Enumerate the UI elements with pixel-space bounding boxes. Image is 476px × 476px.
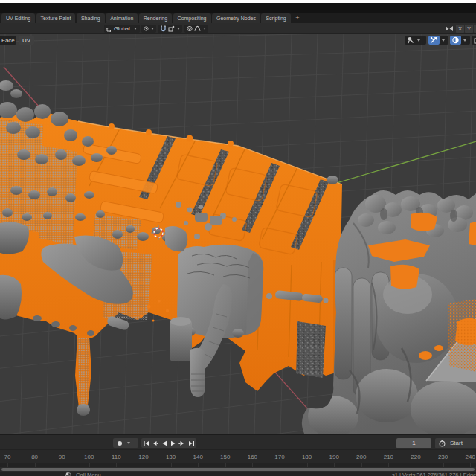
ruler-frame-label: 160 xyxy=(248,454,257,460)
jump-to-end-icon[interactable] xyxy=(188,440,195,446)
ruler-frame-label: 170 xyxy=(274,454,284,460)
ruler-frame-label: 210 xyxy=(384,454,393,460)
current-frame-value: 1 xyxy=(412,440,415,446)
play-icon[interactable] xyxy=(170,440,176,446)
tab-compositing[interactable]: Compositing xyxy=(173,13,211,23)
viewport-3d[interactable] xyxy=(0,34,476,434)
tab-texture-paint[interactable]: Texture Paint xyxy=(36,13,76,23)
tool-dropdown[interactable] xyxy=(405,36,426,45)
ruler-frame-label: 150 xyxy=(220,454,230,460)
chevron-down-icon xyxy=(177,28,180,30)
snap-magnet-icon xyxy=(160,25,167,32)
xray-icon xyxy=(474,36,476,44)
orientation-label: Global xyxy=(112,25,132,32)
ruler-frame-label: 190 xyxy=(329,454,339,460)
status-bar: Call Menu s1 | Verts:361,276/361,276 | E… xyxy=(0,472,476,476)
snapping-controls[interactable] xyxy=(158,25,182,33)
pivot-point-dropdown[interactable] xyxy=(141,25,156,33)
workspace-tabs: UV Editing Texture Paint Shading Animati… xyxy=(0,13,476,23)
current-frame-field[interactable]: 1 xyxy=(396,438,431,448)
pivot-point-icon xyxy=(144,25,149,32)
timeline-scrollbar[interactable] xyxy=(1,468,475,471)
chevron-down-icon xyxy=(151,28,154,30)
ruler-frame-label: 90 xyxy=(59,454,65,460)
timeline-ruler[interactable]: 7080901001101201301401501601701801902002… xyxy=(0,449,476,463)
tab-shading[interactable]: Shading xyxy=(77,13,105,23)
stopwatch-icon xyxy=(439,440,446,447)
play-reverse-icon[interactable] xyxy=(161,440,167,446)
ruler-frame-label: 140 xyxy=(193,454,203,460)
scene-stats: s1 | Verts:361,276/361,276 | Edges xyxy=(392,472,476,476)
chevron-down-icon xyxy=(463,39,466,42)
ruler-frame-label: 120 xyxy=(138,454,148,460)
chevron-down-icon xyxy=(203,28,206,30)
chevron-down-icon xyxy=(127,442,130,444)
transform-orientation-dropdown[interactable]: Global xyxy=(104,25,140,33)
next-keyframe-icon[interactable] xyxy=(178,440,185,446)
chevron-down-icon xyxy=(442,39,445,42)
ruler-frame-label: 230 xyxy=(438,454,448,460)
annotate-tool-icon xyxy=(407,36,415,44)
face-menu-label: Face xyxy=(1,37,15,44)
gizmo-toggle[interactable] xyxy=(428,36,448,45)
mirror-x-toggle[interactable]: X xyxy=(456,25,464,33)
proportional-editing-icon xyxy=(187,25,193,32)
timeline-header: 1 Start 1 xyxy=(0,434,476,449)
prev-keyframe-icon[interactable] xyxy=(152,440,158,446)
status-hint: Call Menu xyxy=(76,472,101,476)
menu-uv[interactable]: UV xyxy=(19,36,34,45)
viewport-tool-header: Global xyxy=(0,23,476,34)
xray-toggle[interactable] xyxy=(472,36,476,45)
tab-uv-editing[interactable]: UV Editing xyxy=(1,13,35,23)
tab-scripting[interactable]: Scripting xyxy=(261,13,290,23)
chevron-down-icon xyxy=(134,28,137,30)
tab-animation[interactable]: Animation xyxy=(106,13,138,23)
playback-controls xyxy=(141,438,196,448)
mirror-butterfly-icon xyxy=(445,25,454,32)
add-workspace-button[interactable]: + xyxy=(292,13,303,23)
ruler-frame-label: 100 xyxy=(84,454,94,460)
overlays-toggle[interactable] xyxy=(450,36,470,45)
menu-face[interactable]: Face xyxy=(0,36,16,45)
topbar xyxy=(0,3,476,13)
mirror-y-toggle[interactable]: Y xyxy=(465,25,473,33)
gizmo-icon xyxy=(430,36,438,44)
ruler-frame-label: 70 xyxy=(4,454,11,460)
ruler-frame-label: 200 xyxy=(356,454,366,460)
start-label: Start xyxy=(450,440,463,446)
tab-geometry-nodes[interactable]: Geometry Nodes xyxy=(212,13,260,23)
blender-window: UV Editing Texture Paint Shading Animati… xyxy=(0,0,476,476)
autokey-button[interactable] xyxy=(113,438,138,448)
jump-to-start-icon[interactable] xyxy=(143,440,149,446)
ruler-frame-label: 130 xyxy=(166,454,176,460)
ruler-frame-label: 220 xyxy=(411,454,420,460)
mouse-icon xyxy=(65,472,71,476)
ruler-frame-label: 110 xyxy=(112,454,121,460)
ruler-frame-label: 80 xyxy=(31,454,38,460)
ruler-frame-label: 240 xyxy=(466,454,475,460)
frame-start-field[interactable]: Start 1 xyxy=(435,438,476,448)
snap-target-icon xyxy=(168,25,175,32)
proportional-editing-controls[interactable] xyxy=(184,25,208,33)
record-dot-icon xyxy=(117,440,123,446)
chevron-down-icon xyxy=(417,39,420,42)
tab-rendering[interactable]: Rendering xyxy=(139,13,172,23)
overlays-icon xyxy=(451,36,460,44)
ruler-frame-label: 180 xyxy=(302,454,312,460)
timeline-scroll-zone xyxy=(0,467,476,472)
transform-orientation-icon xyxy=(106,26,112,32)
falloff-curve-icon xyxy=(194,25,201,32)
uv-menu-label: UV xyxy=(22,37,30,44)
